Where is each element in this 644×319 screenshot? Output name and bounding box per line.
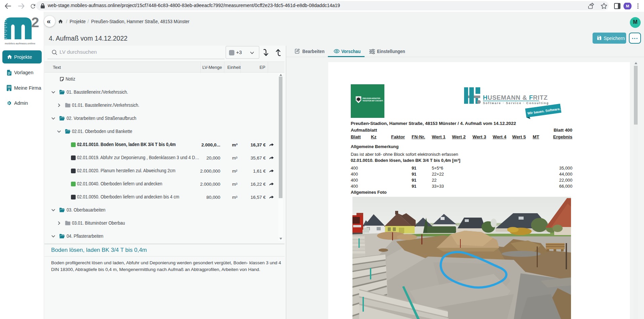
svg-text:2: 2 (31, 14, 39, 30)
svg-text:M: M (626, 4, 629, 8)
svg-text:TRADITION MIT ZUKUNFT.: TRADITION MIT ZUKUNFT. (363, 100, 383, 102)
svg-text:PREUSSEN MÜNSTER.: PREUSSEN MÜNSTER. (363, 97, 381, 99)
svg-text:mobiles-aufmass.online: mobiles-aufmass.online (5, 42, 36, 45)
svg-text:Software · Service · Consultin: Software · Service · Consulting (483, 101, 549, 105)
svg-text:HUSEMANN & FRITZ: HUSEMANN & FRITZ (483, 94, 548, 101)
